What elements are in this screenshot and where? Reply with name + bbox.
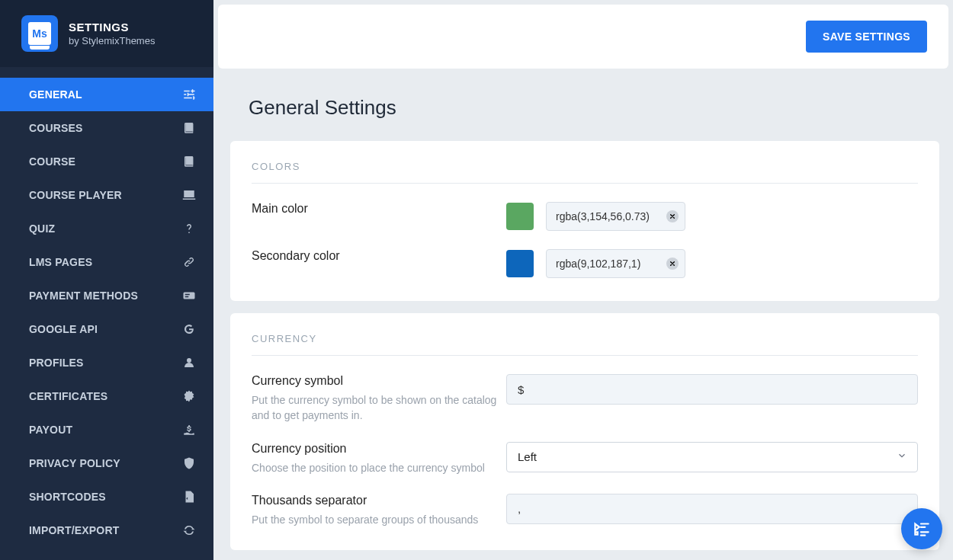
- input-currency-symbol[interactable]: [506, 374, 918, 405]
- sidebar-item-certificates[interactable]: CERTIFICATES: [0, 379, 213, 413]
- label-currency-position: Currency position: [252, 442, 506, 456]
- sidebar-item-quiz[interactable]: QUIZ: [0, 212, 213, 245]
- label-currency-symbol: Currency symbol: [252, 374, 506, 388]
- row-secondary-color: Secondary color: [252, 249, 918, 278]
- row-thousands-separator: Thousands separator Put the symbol to se…: [252, 494, 918, 527]
- row-currency-position: Currency position Choose the position to…: [252, 442, 918, 475]
- file-code-icon: [181, 489, 197, 504]
- help-icon: [912, 519, 932, 539]
- sidebar-item-label: PAYMENT METHODS: [29, 290, 138, 302]
- brand-logo: Ms: [21, 15, 58, 52]
- input-main-color[interactable]: [546, 202, 685, 231]
- currency-section: CURRENCY Currency symbol Put the currenc…: [230, 313, 939, 550]
- sidebar-item-courses[interactable]: COURSES: [0, 111, 213, 145]
- book-icon: [181, 154, 197, 169]
- sidebar-item-general[interactable]: GENERAL: [0, 78, 213, 111]
- save-button[interactable]: SAVE SETTINGS: [806, 21, 927, 53]
- row-main-color: Main color: [252, 202, 918, 231]
- google-icon: [181, 322, 197, 337]
- link-icon: [181, 254, 197, 270]
- desc-thousands-separator: Put the symbol to separate groups of tho…: [252, 512, 506, 527]
- swatch-main-color[interactable]: [506, 203, 534, 230]
- help-fab[interactable]: [901, 508, 942, 549]
- section-heading-colors: COLORS: [252, 161, 918, 184]
- label-secondary-color: Secondary color: [252, 249, 506, 263]
- brand-logo-text: Ms: [32, 28, 47, 39]
- sidebar-item-course-player[interactable]: COURSE PLAYER: [0, 178, 213, 212]
- chalkboard-icon: [181, 187, 197, 203]
- main-area: SAVE SETTINGS General Settings COLORS Ma…: [218, 5, 948, 560]
- select-currency-position[interactable]: Left: [506, 442, 918, 472]
- sidebar-item-course[interactable]: COURSE: [0, 145, 213, 178]
- money-check-icon: [181, 288, 197, 303]
- sidebar-item-label: GENERAL: [29, 88, 82, 101]
- sidebar-item-label: COURSE PLAYER: [29, 189, 122, 201]
- sliders-icon: [181, 87, 197, 102]
- section-heading-currency: CURRENCY: [252, 333, 918, 356]
- row-currency-symbol: Currency symbol Put the currency symbol …: [252, 374, 918, 424]
- clear-main-color-icon[interactable]: [666, 210, 679, 222]
- sidebar-item-shortcodes[interactable]: SHORTCODES: [0, 480, 213, 514]
- sidebar-item-label: QUIZ: [29, 222, 55, 235]
- shield-icon: [181, 456, 197, 471]
- sidebar-item-google-api[interactable]: GOOGLE API: [0, 312, 213, 346]
- sidebar-item-label: GOOGLE API: [29, 323, 98, 335]
- desc-currency-symbol: Put the currency symbol to be shown on t…: [252, 392, 506, 424]
- sidebar-item-label: PROFILES: [29, 357, 84, 369]
- sidebar-item-label: IMPORT/EXPORT: [29, 524, 120, 536]
- input-thousands-separator[interactable]: [506, 494, 918, 524]
- sidebar-item-label: PAYOUT: [29, 424, 72, 436]
- sidebar-item-import-export[interactable]: IMPORT/EXPORT: [0, 514, 213, 547]
- clear-secondary-color-icon[interactable]: [666, 258, 679, 270]
- sidebar-nav: GENERALCOURSESCOURSECOURSE PLAYERQUIZLMS…: [0, 67, 213, 547]
- brand-title: SETTINGS: [69, 21, 155, 34]
- sidebar-item-label: LMS PAGES: [29, 256, 92, 268]
- sidebar-item-label: CERTIFICATES: [29, 390, 107, 402]
- label-main-color: Main color: [252, 202, 506, 216]
- sidebar-item-profiles[interactable]: PROFILES: [0, 346, 213, 379]
- sidebar-item-payment-methods[interactable]: PAYMENT METHODS: [0, 279, 213, 312]
- hand-coin-icon: [181, 422, 197, 437]
- sidebar-item-payout[interactable]: PAYOUT: [0, 413, 213, 446]
- content-scroll[interactable]: COLORS Main color Secondary color: [218, 141, 948, 560]
- sidebar-item-label: COURSE: [29, 155, 75, 168]
- sidebar-item-label: COURSES: [29, 122, 83, 134]
- page-title: General Settings: [218, 69, 948, 141]
- label-thousands-separator: Thousands separator: [252, 494, 506, 507]
- user-icon: [181, 355, 197, 370]
- question-icon: [181, 221, 197, 236]
- book-icon: [181, 120, 197, 136]
- desc-currency-position: Choose the position to place the currenc…: [252, 460, 506, 475]
- sync-icon: [181, 523, 197, 538]
- topbar: SAVE SETTINGS: [218, 5, 948, 69]
- sidebar-item-label: PRIVACY POLICY: [29, 457, 120, 469]
- sidebar-item-label: SHORTCODES: [29, 491, 106, 503]
- brand-subtitle: by StylemixThemes: [69, 35, 155, 46]
- colors-section: COLORS Main color Secondary color: [230, 141, 939, 301]
- input-secondary-color[interactable]: [546, 249, 685, 278]
- sidebar-item-lms-pages[interactable]: LMS PAGES: [0, 245, 213, 279]
- brand-header: Ms SETTINGS by StylemixThemes: [0, 0, 213, 67]
- certificate-icon: [181, 389, 197, 404]
- sidebar: Ms SETTINGS by StylemixThemes GENERALCOU…: [0, 0, 213, 560]
- swatch-secondary-color[interactable]: [506, 250, 534, 277]
- sidebar-item-privacy-policy[interactable]: PRIVACY POLICY: [0, 446, 213, 480]
